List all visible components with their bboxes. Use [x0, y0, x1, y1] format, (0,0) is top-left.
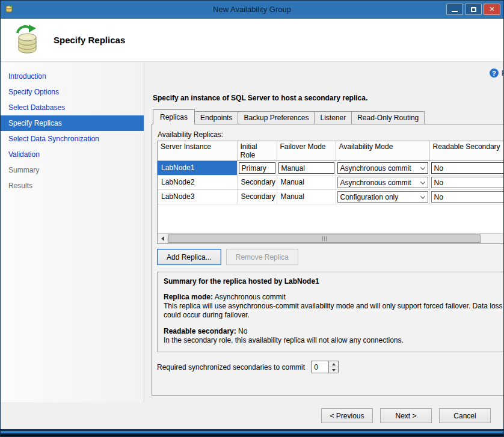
required-secondaries-row: Required synchronized secondaries to com… [157, 361, 504, 373]
scrollbar-thumb[interactable] [168, 234, 481, 243]
close-icon: ✕ [489, 6, 494, 13]
chevron-down-icon [502, 192, 504, 202]
chevron-down-icon [502, 163, 504, 173]
sidebar-item-results: Results [1, 178, 144, 194]
required-secondaries-spinner [311, 361, 339, 373]
scroll-left-button[interactable] [158, 234, 168, 243]
tab-replicas[interactable]: Replicas [153, 109, 195, 124]
new-availability-group-window: New Availability Group ✕ Specify Replica… [0, 0, 504, 437]
table-row: LabNode2 Secondary Manual Asynchronous c… [158, 176, 504, 190]
table-row: LabNode1 Primary Manual Asynchronous com… [158, 161, 504, 176]
sidebar-item-select-databases[interactable]: Select Databases [1, 100, 144, 115]
grid-header-row: Server Instance Initial Role Failover Mo… [158, 141, 504, 161]
grid-cell-server[interactable]: LabNode2 [158, 176, 237, 190]
minimize-icon [452, 11, 458, 12]
col-server-instance: Server Instance [158, 141, 237, 161]
tab-read-only-routing[interactable]: Read-Only Routing [351, 111, 425, 124]
col-failover-mode: Failover Mode [277, 141, 336, 161]
wizard-header: Specify Replicas [1, 19, 503, 62]
availability-mode-dropdown[interactable]: Configuration only [337, 191, 428, 203]
chevron-down-icon [502, 177, 504, 188]
sidebar-item-introduction[interactable]: Introduction [1, 69, 144, 84]
required-secondaries-label: Required synchronized secondaries to com… [157, 363, 305, 371]
replica-mode-value: Asynchronous commit [215, 293, 286, 301]
table-row: LabNode3 Secondary Manual Configuration … [158, 190, 504, 204]
maximize-button[interactable] [465, 4, 482, 15]
col-availability-mode: Availability Mode [336, 141, 429, 161]
next-button[interactable]: Next > [380, 408, 432, 423]
horizontal-scrollbar[interactable] [158, 233, 504, 243]
remove-replica-button: Remove Replica [226, 249, 298, 265]
grid-cell-readable-secondary: No [429, 190, 504, 204]
add-replica-button[interactable]: Add Replica... [157, 249, 221, 265]
spin-down-button[interactable] [329, 367, 338, 373]
sidebar-item-specify-options[interactable]: Specify Options [1, 84, 144, 100]
spin-up-button[interactable] [329, 361, 338, 367]
replica-actions: Add Replica... Remove Replica [157, 249, 504, 265]
minimize-button[interactable] [446, 4, 463, 15]
wizard-footer: < Previous Next > Cancel [1, 402, 503, 429]
chevron-down-icon [418, 177, 428, 188]
replica-summary-box: Summary for the replica hosted by LabNod… [157, 272, 504, 352]
sidebar-item-select-data-synchronization[interactable]: Select Data Synchronization [1, 131, 144, 147]
col-readable-secondary: Readable Secondary [429, 141, 504, 161]
spin-down-icon [332, 369, 336, 371]
sidebar-item-specify-replicas[interactable]: Specify Replicas [1, 115, 144, 131]
replicas-tab-page: Availability Replicas: Server Instance I… [152, 124, 504, 396]
chevron-down-icon [418, 163, 428, 173]
close-button[interactable]: ✕ [484, 4, 500, 15]
col-initial-role: Initial Role [237, 141, 277, 161]
tab-strip: Replicas Endpoints Backup Preferences Li… [153, 109, 504, 124]
readable-secondary-description: In the secondary role, this availability… [164, 336, 404, 344]
summary-title: Summary for the replica hosted by LabNod… [164, 277, 504, 286]
wizard-body: Introduction Specify Options Select Data… [1, 63, 503, 402]
grid-cell-initial-role: Primary [237, 161, 277, 176]
spinner-buttons [328, 361, 338, 373]
replica-mode-summary: Replica mode: Asynchronous commit This r… [164, 293, 504, 320]
main-panel: ? Help Specify an instance of SQL Server… [144, 63, 504, 402]
readable-secondary-value: No [238, 327, 247, 335]
grid-cell-readable-secondary: No [429, 176, 504, 190]
replicas-grid: Server Instance Initial Role Failover Mo… [157, 141, 504, 244]
replica-mode-label: Replica mode: [164, 293, 213, 301]
help-link[interactable]: ? Help [490, 69, 504, 78]
grid-cell-server[interactable]: LabNode1 [158, 161, 237, 176]
scroll-left-icon [161, 236, 164, 241]
help-label: Help [502, 69, 504, 78]
previous-button[interactable]: < Previous [321, 408, 373, 423]
grid-cell-availability-mode: Asynchronous commit [336, 161, 429, 176]
readable-secondary-dropdown[interactable]: No [431, 177, 504, 188]
availability-mode-dropdown[interactable]: Asynchronous commit [337, 162, 428, 174]
window-controls: ✕ [446, 4, 500, 15]
availability-group-icon [11, 24, 41, 57]
chevron-down-icon [418, 192, 428, 202]
window-bottom-border [1, 429, 503, 436]
grid-cell-readable-secondary: No [429, 161, 504, 176]
wizard-steps-sidebar: Introduction Specify Options Select Data… [1, 63, 144, 402]
grid-cell-availability-mode: Configuration only [336, 190, 429, 204]
grid-cell-failover-mode: Manual [277, 176, 336, 190]
availability-replicas-label: Availability Replicas: [158, 130, 504, 139]
readable-secondary-label: Readable secondary: [164, 327, 236, 335]
readable-secondary-dropdown[interactable]: No [431, 162, 504, 174]
window-title: New Availability Group [1, 5, 503, 14]
sidebar-item-validation[interactable]: Validation [1, 147, 144, 162]
availability-mode-dropdown[interactable]: Asynchronous commit [337, 177, 428, 188]
cancel-button[interactable]: Cancel [439, 408, 491, 423]
replica-mode-description: This replica will use asynchronous-commi… [164, 302, 503, 319]
tab-listener[interactable]: Listener [314, 111, 352, 124]
readable-secondary-dropdown[interactable]: No [431, 191, 504, 203]
grid-cell-server[interactable]: LabNode3 [158, 190, 237, 204]
sidebar-item-summary: Summary [1, 162, 144, 178]
instruction-text: Specify an instance of SQL Server to hos… [153, 94, 504, 102]
app-icon [4, 4, 14, 15]
tab-backup-preferences[interactable]: Backup Preferences [238, 111, 315, 124]
grid-cell-failover-mode: Manual [277, 161, 336, 176]
maximize-icon [471, 7, 476, 12]
grid-cell-initial-role: Secondary [237, 190, 277, 204]
tab-endpoints[interactable]: Endpoints [194, 111, 238, 124]
grid-cell-initial-role: Secondary [237, 176, 277, 190]
spin-up-icon [332, 363, 336, 365]
required-secondaries-input[interactable] [312, 361, 328, 373]
help-icon: ? [490, 69, 499, 78]
